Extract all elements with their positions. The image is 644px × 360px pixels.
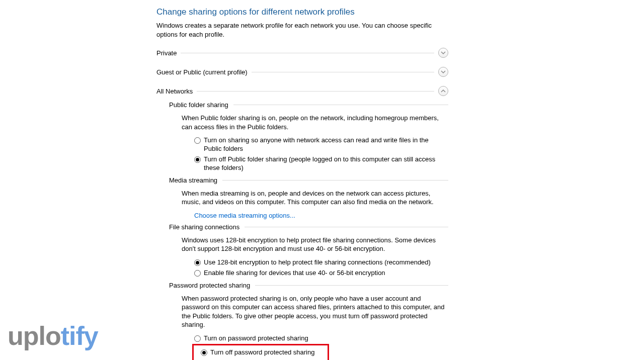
divider: [181, 53, 434, 53]
divider: [255, 285, 448, 286]
profile-guest-header[interactable]: Guest or Public (current profile): [156, 67, 448, 77]
divider: [233, 105, 448, 105]
radio-encryption-40-56[interactable]: Enable file sharing for devices that use…: [194, 269, 446, 278]
media-streaming-options-link[interactable]: Choose media streaming options...: [194, 212, 295, 219]
section-heading: Public folder sharing: [169, 101, 228, 109]
radio-icon-selected: [201, 349, 207, 356]
profile-private-header[interactable]: Private: [156, 48, 448, 58]
divider: [252, 72, 434, 72]
radio-icon: [194, 137, 201, 144]
radio-password-off[interactable]: Turn off password protected sharing: [201, 348, 323, 357]
profile-guest-label: Guest or Public (current profile): [156, 68, 248, 76]
section-heading: Media streaming: [169, 176, 217, 184]
radio-icon-selected: [194, 259, 201, 266]
section-file-sharing-connections: File sharing connections Windows uses 12…: [169, 223, 448, 278]
section-description: When password protected sharing is on, o…: [182, 294, 446, 329]
section-heading: File sharing connections: [169, 223, 239, 231]
divider: [222, 180, 448, 181]
radio-icon-selected: [194, 156, 201, 163]
profile-allnetworks-header[interactable]: All Networks: [156, 86, 448, 96]
section-password-protected-sharing: Password protected sharing When password…: [169, 282, 448, 360]
section-public-folder-sharing: Public folder sharing When Public folder…: [169, 101, 448, 172]
divider: [197, 91, 434, 92]
highlight-annotation: Turn off password protected sharing: [192, 344, 329, 360]
radio-icon: [194, 335, 201, 342]
page-title: Change sharing options for different net…: [156, 7, 448, 17]
chevron-up-icon[interactable]: [438, 86, 448, 96]
chevron-down-icon[interactable]: [438, 48, 448, 58]
page-description: Windows creates a separate network profi…: [156, 21, 448, 39]
radio-password-on[interactable]: Turn on password protected sharing: [194, 334, 446, 343]
watermark-logo: uplotify: [8, 321, 98, 351]
radio-public-folder-off[interactable]: Turn off Public folder sharing (people l…: [194, 155, 446, 172]
chevron-down-icon[interactable]: [438, 67, 448, 77]
section-media-streaming: Media streaming When media streaming is …: [169, 176, 448, 219]
section-heading: Password protected sharing: [169, 282, 250, 289]
profile-private-label: Private: [156, 49, 177, 57]
section-description: When media streaming is on, people and d…: [182, 189, 446, 207]
advanced-sharing-settings-panel: Change sharing options for different net…: [156, 7, 448, 360]
divider: [245, 227, 448, 227]
section-description: When Public folder sharing is on, people…: [182, 114, 446, 131]
profile-allnetworks-label: All Networks: [156, 87, 193, 95]
radio-public-folder-on[interactable]: Turn on sharing so anyone with network a…: [194, 136, 446, 153]
radio-icon: [194, 270, 201, 277]
section-description: Windows uses 128-bit encryption to help …: [182, 236, 446, 253]
radio-encryption-128[interactable]: Use 128-bit encryption to help protect f…: [194, 258, 446, 267]
